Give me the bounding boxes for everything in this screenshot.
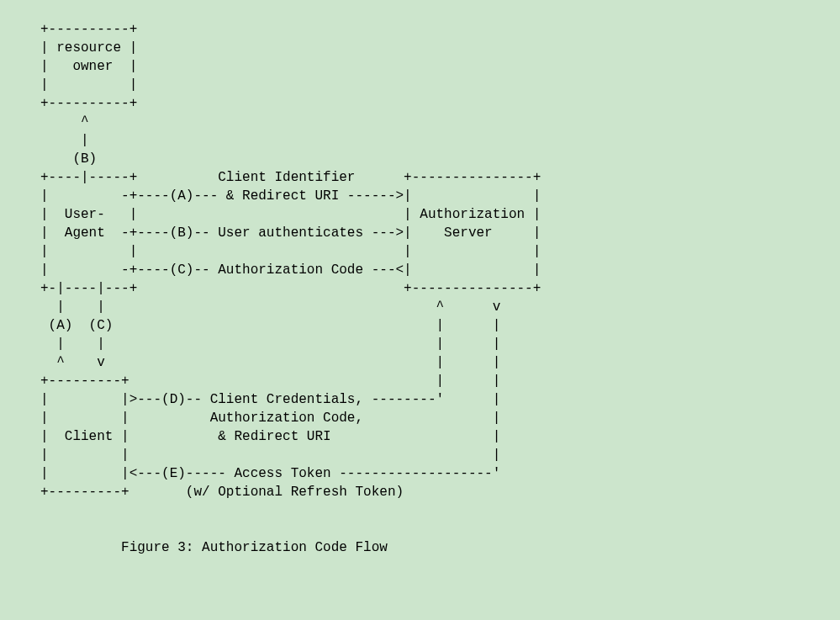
ascii-diagram: +----------+ | resource | | owner | | | … (0, 0, 840, 557)
